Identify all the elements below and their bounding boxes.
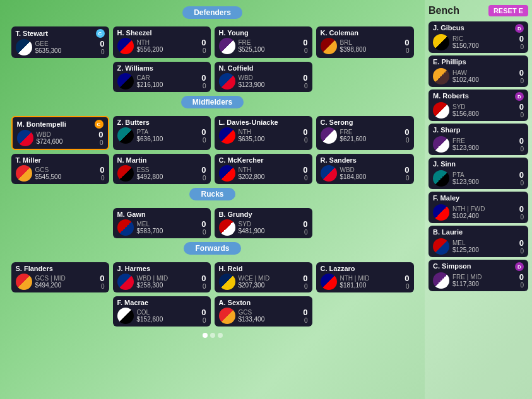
player-name: C. Lazzaro <box>321 265 355 272</box>
player-card[interactable]: J. Harmes WBD | MID $258,300 0 0 <box>113 262 211 292</box>
score-col: 0 0 <box>92 130 103 146</box>
team-details: WBD $724,600 <box>37 131 92 145</box>
team-price: $724,600 <box>37 138 92 145</box>
player-info-row: WBD $184,800 0 0 <box>321 165 410 182</box>
player-card[interactable]: Z. Butters PTA $636,100 0 0 <box>113 116 211 150</box>
bench-team-details: FRE $123,900 <box>452 137 512 151</box>
bench-team-price: $102,400 <box>452 76 512 83</box>
score-sub: 0 <box>304 47 308 54</box>
dot-3[interactable] <box>218 333 223 338</box>
player-name: H. Young <box>219 29 249 37</box>
bench-title: Bench <box>429 5 459 16</box>
bench-header: Bench RESET E <box>429 5 528 16</box>
score-sub: 0 <box>203 317 206 324</box>
bench-score-col: 0 0 <box>512 238 524 255</box>
bench-player-card[interactable]: M. Roberts D SYD $156,800 0 0 <box>429 90 528 121</box>
team-price: $133,400 <box>239 316 297 323</box>
bench-player-card[interactable]: J. Sinn PTA $123,900 0 0 <box>429 158 528 189</box>
bench-team-abbr: PTA <box>452 171 512 178</box>
player-info-row: GCS | MID $494,200 0 0 <box>16 274 105 290</box>
player-card[interactable]: H. Sheezel NTH $556,200 0 0 <box>113 26 211 58</box>
score-sub: 0 <box>304 175 308 182</box>
reset-button[interactable]: RESET E <box>488 5 528 16</box>
bench-team-price: $125,200 <box>452 246 512 253</box>
bench-info-row: HAW $102,400 0 0 <box>433 68 524 84</box>
player-card[interactable]: T. Stewart C GEE $635,300 0 0 <box>11 26 109 58</box>
forwards-label: Forwards <box>184 242 240 255</box>
bench-info-row: MEL $125,200 0 0 <box>433 238 524 255</box>
bench-team-details: SYD $156,800 <box>452 103 512 117</box>
bench-name-row: J. Sinn <box>433 160 524 169</box>
score-value: 0 <box>201 219 206 229</box>
dot-indicators <box>5 333 420 338</box>
player-card[interactable]: M. Bontempelli C WBD $724,600 0 0 <box>11 116 109 150</box>
score-col: 0 0 <box>297 308 308 324</box>
team-abbr: NTH <box>239 166 297 173</box>
player-card[interactable]: C. McKercher NTH $202,800 0 0 <box>215 154 312 184</box>
player-card[interactable]: A. Sexton GCS $133,400 0 0 <box>215 296 312 327</box>
score-col: 0 0 <box>195 127 206 144</box>
player-card[interactable]: C. Lazzaro NTH | MID $181,100 0 0 <box>316 262 414 292</box>
player-card[interactable]: C. Serong FRE $621,600 0 0 <box>316 116 414 150</box>
player-card[interactable]: F. Macrae COL $152,600 0 0 <box>113 296 211 327</box>
team-details: BRL $398,800 <box>340 39 398 53</box>
bench-player-card[interactable]: C. Simpson D FRE | MID $117,300 0 0 <box>429 260 528 291</box>
player-card[interactable]: S. Flanders GCS | MID $494,200 0 0 <box>11 262 109 292</box>
player-info-row: WBD | MID $258,300 0 0 <box>117 274 206 290</box>
team-details: FRE $525,100 <box>239 39 297 53</box>
player-name-row: L. Davies-Uniacke <box>219 119 308 126</box>
team-details: NTH $635,100 <box>239 129 297 142</box>
team-details: GCS | MID $494,200 <box>35 275 93 289</box>
player-card[interactable]: Z. Williams CAR $216,100 0 0 <box>113 62 211 92</box>
player-card[interactable]: R. Sanders WBD $184,800 0 0 <box>316 154 414 184</box>
team-abbr: NTH <box>239 129 297 136</box>
bench-score-col: 0 0 <box>512 272 524 289</box>
player-name: N. Coffield <box>219 64 254 72</box>
rucks-grid: M. Gawn MEL $583,700 0 0 B. Grundy SYD $… <box>5 208 420 238</box>
player-info-row: NTH | MID $181,100 0 0 <box>321 274 410 290</box>
bench-player-card[interactable]: E. Phillips HAW $102,400 0 0 <box>429 55 528 87</box>
player-card[interactable]: T. Miller GCS $545,500 0 0 <box>11 154 109 184</box>
player-name: K. Coleman <box>321 29 359 37</box>
player-card[interactable]: B. Grundy SYD $481,900 0 0 <box>215 208 312 238</box>
player-card[interactable]: L. Davies-Uniacke NTH $635,100 0 0 <box>215 116 312 150</box>
score-col: 0 0 <box>195 274 206 290</box>
team-price: $202,800 <box>239 173 297 180</box>
team-abbr: NTH <box>137 39 195 46</box>
bench-name-row: J. Sharp <box>433 126 524 135</box>
bench-player-card[interactable]: B. Laurie MEL $125,200 0 0 <box>429 226 528 257</box>
bench-player-card[interactable]: J. Sharp FRE $123,900 0 0 <box>429 124 528 155</box>
team-abbr: PTA <box>137 129 195 136</box>
dot-2[interactable] <box>210 333 215 338</box>
bench-player-name: F. Maley <box>433 194 459 202</box>
bench-player-card[interactable]: J. Gibcus D RIC $150,700 0 0 <box>429 21 528 53</box>
player-info-row: GCS $545,500 0 0 <box>16 165 105 182</box>
bench-score-sub: 0 <box>520 282 524 289</box>
player-info-row: SYD $481,900 0 0 <box>219 219 308 236</box>
score-value: 0 <box>201 165 206 175</box>
player-info-row: WBD $724,600 0 0 <box>17 130 103 146</box>
dot-1[interactable] <box>203 333 208 338</box>
team-price: $258,300 <box>137 282 195 289</box>
player-card[interactable]: H. Reid WCE | MID $207,300 0 0 <box>215 262 312 292</box>
player-card[interactable]: K. Coleman BRL $398,800 0 0 <box>316 26 414 58</box>
player-card[interactable]: N. Coffield WBD $123,900 0 0 <box>215 62 312 92</box>
player-name-row: H. Young <box>219 29 308 37</box>
score-value: 0 <box>201 73 206 83</box>
bench-team-details: NTH | FWD $102,400 <box>452 205 512 219</box>
score-value: 0 <box>303 127 307 137</box>
player-card[interactable]: M. Gawn MEL $583,700 0 0 <box>113 208 211 238</box>
player-name: R. Sanders <box>321 156 357 164</box>
bench-player-name: J. Gibcus <box>433 24 464 32</box>
player-card[interactable]: H. Young FRE $525,100 0 0 <box>215 26 312 58</box>
bench-info-row: SYD $156,800 0 0 <box>433 102 524 119</box>
bench-score-value: 0 <box>519 34 524 43</box>
bench-player-card[interactable]: F. Maley NTH | FWD $102,400 0 0 <box>429 192 528 223</box>
score-value: 0 <box>303 38 307 47</box>
bench-team-abbr: SYD <box>452 103 512 110</box>
player-card[interactable]: N. Martin ESS $492,800 0 0 <box>113 154 211 184</box>
defenders-label: Defenders <box>182 6 242 19</box>
team-abbr: CAR <box>137 74 195 81</box>
team-price: $152,600 <box>137 316 195 323</box>
bench-team-price: $117,300 <box>452 280 512 287</box>
